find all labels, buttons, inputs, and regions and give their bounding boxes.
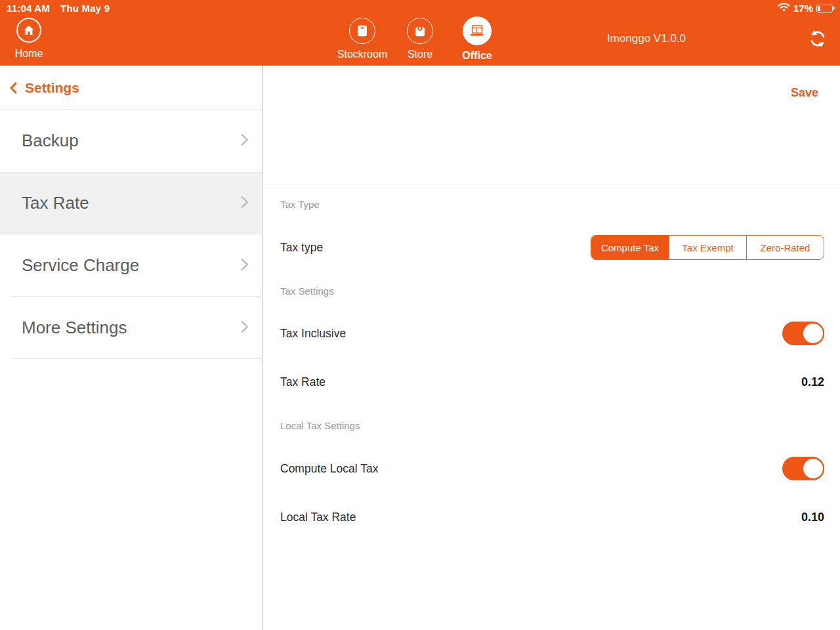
settings-sidebar: Settings Backup Tax Rate Service Charge	[0, 66, 262, 630]
segment-tax-exempt[interactable]: Tax Exempt	[669, 236, 746, 259]
battery-icon	[816, 5, 833, 12]
chevron-right-icon	[236, 194, 253, 213]
sidebar-item-service-charge[interactable]: Service Charge	[0, 234, 262, 297]
segment-compute-tax[interactable]: Compute Tax	[591, 236, 669, 259]
segment-zero-rated[interactable]: Zero-Rated	[746, 236, 824, 259]
nav-store-label: Store	[387, 49, 453, 60]
tax-type-row: Tax type Compute Tax Tax Exempt Zero-Rat…	[280, 235, 824, 260]
tax-rate-row[interactable]: Tax Rate 0.12	[280, 370, 824, 394]
tax-rate-panel: Tax Type Tax type Compute Tax Tax Exempt…	[262, 66, 840, 630]
sidebar-item-label: Service Charge	[22, 255, 139, 276]
tax-inclusive-row: Tax Inclusive	[280, 322, 824, 345]
settings-back-button[interactable]: Settings	[0, 66, 262, 108]
chevron-right-icon	[236, 131, 253, 151]
nav-office-label: Office	[444, 50, 510, 62]
imonggo-app: 11:04 AMThu May 9 17% Home	[0, 0, 840, 630]
tax-rate-label: Tax Rate	[280, 375, 326, 389]
home-icon	[16, 18, 41, 43]
section-header-tax-type: Tax Type	[280, 199, 320, 210]
sync-icon	[807, 28, 828, 49]
statusbar-left: 11:04 AMThu May 9	[7, 3, 110, 14]
tax-type-label: Tax type	[280, 241, 323, 255]
sync-button[interactable]	[807, 28, 828, 49]
local-tax-rate-value: 0.10	[801, 511, 824, 524]
chevron-right-icon	[236, 256, 253, 276]
wifi-icon	[778, 3, 790, 14]
local-tax-rate-row[interactable]: Local Tax Rate 0.10	[280, 505, 824, 529]
settings-back-label: Settings	[25, 80, 79, 96]
sidebar-item-more-settings[interactable]: More Settings	[0, 297, 262, 359]
sidebar-item-label: Tax Rate	[22, 193, 89, 213]
battery-percent: 17%	[793, 3, 813, 14]
tax-rate-value: 0.12	[801, 375, 824, 389]
divider	[262, 184, 840, 184]
sidebar-item-label: More Settings	[22, 318, 127, 338]
tax-type-segmented-control: Compute Tax Tax Exempt Zero-Rated	[591, 235, 824, 260]
nav-office[interactable]: Office	[444, 16, 510, 62]
app-header: 11:04 AMThu May 9 17% Home	[0, 0, 840, 66]
app-version: Imonggo V1.0.0	[591, 32, 702, 45]
home-button[interactable]: Home	[9, 18, 49, 60]
status-date: Thu May 9	[60, 3, 110, 14]
nav-stockroom[interactable]: Stockroom	[329, 18, 395, 60]
settings-menu: Backup Tax Rate Service Charge More Sett…	[0, 109, 262, 359]
statusbar-right: 17%	[778, 3, 835, 14]
tax-inclusive-toggle[interactable]	[782, 322, 824, 345]
section-header-tax-settings: Tax Settings	[280, 285, 334, 297]
chevron-right-icon	[236, 318, 253, 338]
sidebar-item-backup[interactable]: Backup	[0, 110, 262, 172]
chevron-left-icon	[8, 81, 21, 95]
nav-stockroom-label: Stockroom	[329, 49, 395, 60]
nav-store[interactable]: Store	[387, 18, 453, 60]
sidebar-item-label: Backup	[22, 131, 79, 151]
tax-inclusive-label: Tax Inclusive	[280, 327, 346, 341]
section-header-local-tax: Local Tax Settings	[280, 420, 360, 431]
office-icon	[463, 16, 492, 45]
toggle-knob	[802, 322, 824, 345]
compute-local-tax-label: Compute Local Tax	[280, 462, 379, 476]
save-button[interactable]: Save	[791, 86, 818, 100]
toggle-knob	[802, 457, 824, 480]
battery-nub	[833, 7, 835, 10]
stockroom-icon	[349, 18, 375, 44]
local-tax-rate-label: Local Tax Rate	[280, 511, 356, 524]
compute-local-tax-row: Compute Local Tax	[280, 457, 824, 480]
status-time: 11:04 AM	[7, 3, 50, 14]
home-label: Home	[9, 48, 49, 60]
sidebar-item-tax-rate[interactable]: Tax Rate	[0, 172, 262, 234]
compute-local-tax-toggle[interactable]	[782, 457, 824, 480]
store-icon	[407, 18, 433, 44]
